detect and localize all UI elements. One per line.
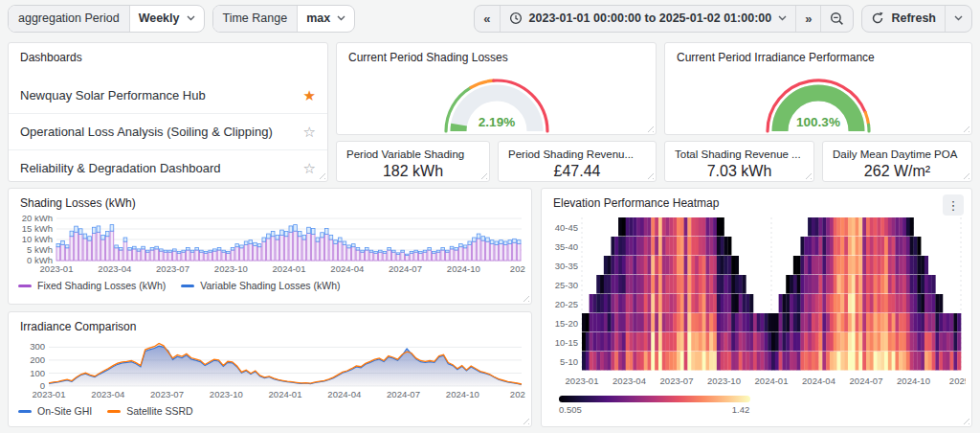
dashboard-list: Newquay Solar Performance Hub★Operationa… [9,78,327,186]
legend-label: On-Site GHI [37,405,92,417]
svg-text:2024-01: 2024-01 [273,263,306,274]
svg-text:2024-07: 2024-07 [850,376,883,386]
dashboard-list-item[interactable]: Reliability & Degradation Dashboard☆ [9,150,327,186]
zoom-out-time-button[interactable] [820,6,853,32]
panel-title: Dashboards [9,43,327,68]
legend-label: Fixed Shading Losses (kWh) [37,280,166,291]
refresh-interval-dropdown[interactable] [945,6,971,32]
panel-menu-kebab-icon[interactable]: ⋮ [943,194,964,216]
svg-text:2023-04: 2023-04 [98,263,131,274]
svg-text:2024-04: 2024-04 [802,376,835,386]
svg-text:2025-: 2025- [510,389,525,399]
legend-item[interactable]: Variable Shading Losses (kWh) [181,280,340,291]
stat-title: Period Shading Revenu... [499,142,656,160]
svg-text:100: 100 [30,368,45,378]
star-icon-filled[interactable]: ★ [303,88,316,103]
time-picker-group: « 2023-01-01 00:00:00 to 2025-01-02 01:0… [474,5,854,33]
clock-icon [509,11,523,25]
elevation-heatmap-panel: Elevation Performance Heatmap ⋮ 5-1010-1… [541,188,972,427]
svg-text:2024-07: 2024-07 [387,389,420,399]
svg-text:15 kWh: 15 kWh [22,223,53,234]
dashboard-link[interactable]: Newquay Solar Performance Hub [20,88,303,103]
variable-value: max [306,11,330,25]
svg-text:2024-04: 2024-04 [327,389,361,399]
star-icon-outline[interactable]: ☆ [303,125,316,139]
svg-text:20-25: 20-25 [555,299,578,309]
svg-text:2023-01: 2023-01 [566,376,599,386]
svg-text:10 kWh: 10 kWh [22,234,53,244]
toolbar-right: « 2023-01-01 00:00:00 to 2025-01-02 01:0… [474,5,972,33]
time-shift-forward-button[interactable]: » [795,6,820,32]
svg-text:2023-01: 2023-01 [33,389,66,399]
panel-title: Elevation Performance Heatmap [542,189,971,214]
svg-text:35-40: 35-40 [555,241,578,252]
magnifier-minus-icon [830,11,844,26]
legend-label: Satellite SSRD [126,405,192,417]
svg-text:5-10: 5-10 [560,356,578,367]
legend-item[interactable]: On-Site GHI [18,405,92,417]
legend-item[interactable]: Satellite SSRD [107,405,192,417]
shading-losses-bar-chart[interactable]: 0 kWh5 kWh10 kWh15 kWh20 kWh2023-012023-… [16,216,523,279]
shading-losses-gauge: 2.19% [337,68,656,133]
stat-title: Period Variable Shading [337,142,489,160]
stat-title: Total Shading Revenue ... [665,142,813,160]
svg-text:5 kWh: 5 kWh [27,244,53,255]
refresh-icon [871,11,884,25]
time-shift-back-button[interactable]: « [475,6,499,32]
stat-value: 262 W/m² [823,163,971,180]
svg-text:2025-: 2025- [510,263,525,274]
variable-value-dropdown[interactable]: Weekly [130,6,204,32]
svg-text:2024-07: 2024-07 [389,263,422,274]
svg-text:2023-07: 2023-07 [660,376,694,386]
variable-label: aggregation Period [9,6,130,32]
time-range-picker[interactable]: 2023-01-01 00:00:00 to 2025-01-02 01:00:… [500,6,796,32]
svg-text:2024-10: 2024-10 [446,389,479,399]
legend-swatch [18,285,32,287]
panel-resize-handle[interactable] [521,416,529,424]
svg-text:2023-07: 2023-07 [150,389,184,399]
dashboard-toolbar: aggregation Period Weekly Time Range max… [0,0,980,36]
panel-resize-handle[interactable] [521,293,529,302]
dashboards-panel: Dashboards Newquay Solar Performance Hub… [8,42,328,182]
elevation-heatmap-chart[interactable]: 5-1010-1515-2020-2525-3030-3535-4040-452… [549,216,964,422]
svg-text:2023-04: 2023-04 [91,389,124,399]
svg-text:15-20: 15-20 [555,318,578,329]
svg-text:30-35: 30-35 [555,261,578,271]
irradiance-comparison-panel: Irradiance Comparison 01002003002023-012… [8,311,532,427]
irradiance-performance-gauge-panel: Current Period Irradiance Performance 10… [664,42,972,135]
stat-period-variable-shading: Period Variable Shading 182 kWh [336,141,490,182]
refresh-label: Refresh [891,11,936,25]
dashboard-link[interactable]: Operational Loss Analysis (Soiling & Cli… [20,125,303,139]
legend-item[interactable]: Fixed Shading Losses (kWh) [18,280,166,291]
svg-text:40-45: 40-45 [555,222,578,233]
chevron-down-icon [954,15,963,21]
svg-text:2023-10: 2023-10 [707,376,741,386]
panel-title: Current Period Shading Losses [337,43,656,68]
svg-text:2023-01: 2023-01 [40,263,74,274]
stat-daily-mean-daytime-poa: Daily Mean Daytime POA 262 W/m² [822,141,972,182]
svg-text:2023-10: 2023-10 [214,263,248,274]
refresh-button[interactable]: Refresh [862,6,945,32]
svg-text:2024-01: 2024-01 [269,389,302,399]
svg-text:2023-10: 2023-10 [210,389,243,399]
stat-value: 7.03 kWh [665,163,813,180]
legend-label: Variable Shading Losses (kWh) [200,280,340,291]
svg-text:2023-04: 2023-04 [612,376,646,386]
dashboard-list-item[interactable]: Operational Loss Analysis (Soiling & Cli… [9,114,327,150]
stat-total-shading-revenue: Total Shading Revenue ... 7.03 kWh [664,141,814,182]
time-range-text: 2023-01-01 00:00:00 to 2025-01-02 01:00:… [529,11,772,25]
stat-value: £47.44 [499,163,656,180]
panel-title: Irradiance Comparison [9,312,531,337]
svg-text:2.19%: 2.19% [478,115,514,129]
shading-losses-gauge-panel: Current Period Shading Losses 2.19% [336,42,657,135]
dashboard-link[interactable]: Reliability & Degradation Dashboard [20,161,303,175]
svg-text:2025-: 2025- [949,376,966,386]
variable-value-dropdown[interactable]: max [298,6,354,32]
star-icon-outline[interactable]: ☆ [303,161,316,175]
svg-text:300: 300 [30,341,45,352]
panel-title: Current Period Irradiance Performance [665,43,971,68]
dashboard-list-item[interactable]: Newquay Solar Performance Hub★ [9,78,327,114]
irradiance-comparison-chart[interactable]: 01002003002023-012023-042023-072023-1020… [16,339,523,404]
svg-text:20 kWh: 20 kWh [22,216,53,223]
irradiance-legend: On-Site GHISatellite SSRD [18,405,522,417]
